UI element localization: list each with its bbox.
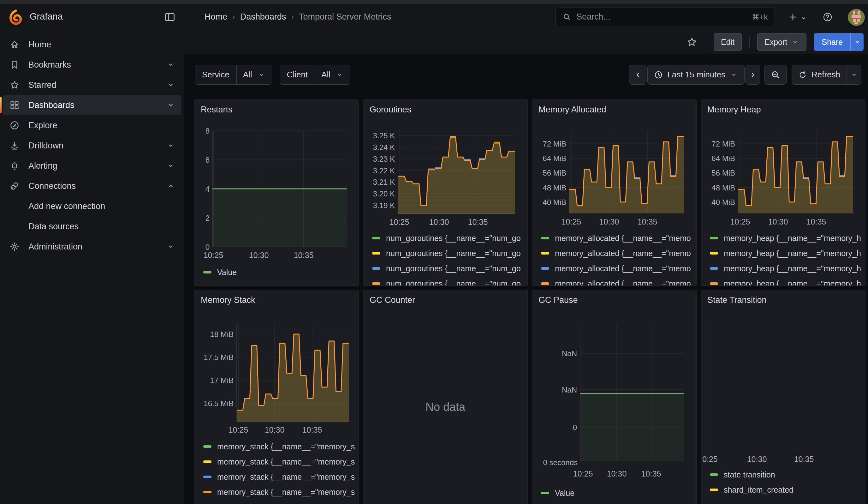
svg-text:0:25: 0:25 xyxy=(702,455,718,464)
app-name[interactable]: Grafana xyxy=(30,11,63,22)
legend-label[interactable]: memory_allocated {__name__="memo xyxy=(555,249,691,258)
svg-text:10:30: 10:30 xyxy=(607,469,627,478)
favorite-star-button[interactable] xyxy=(685,36,698,48)
legend-label[interactable]: Value xyxy=(555,488,575,498)
filter-client: Client All xyxy=(280,65,350,85)
zoom-out-button[interactable] xyxy=(764,65,787,85)
refresh-interval-button[interactable] xyxy=(847,65,861,84)
sidebar-item-connections[interactable]: Connections xyxy=(3,176,181,196)
breadcrumb-separator: › xyxy=(232,12,235,22)
legend-item[interactable]: memory_heap {__name__="memory_h xyxy=(710,230,863,246)
panel-title[interactable]: Goroutines xyxy=(370,105,411,115)
panel-title[interactable]: GC Counter xyxy=(370,295,415,305)
legend-label[interactable]: memory_heap {__name__="memory_h xyxy=(724,279,861,286)
legend-marker-icon xyxy=(541,237,549,239)
legend-item[interactable]: Value xyxy=(203,265,356,279)
avatar[interactable] xyxy=(848,9,865,26)
svg-text:3.20 K: 3.20 K xyxy=(373,189,395,198)
legend-item[interactable]: Value xyxy=(541,485,694,501)
export-button[interactable]: Export xyxy=(757,33,806,51)
panel-title[interactable]: State Transition xyxy=(707,295,767,305)
sidebar-toggle-icon[interactable] xyxy=(164,11,175,23)
panel-title[interactable]: Memory Stack xyxy=(201,295,255,305)
sidebar-item-dashboards[interactable]: Dashboards xyxy=(3,95,181,115)
sidebar-item-label: Bookmarks xyxy=(28,60,71,70)
sidebar-item-bookmarks[interactable]: Bookmarks xyxy=(3,55,181,75)
refresh-split-button: Refresh xyxy=(792,65,861,85)
refresh-button[interactable]: Refresh xyxy=(792,65,847,84)
legend-item[interactable]: memory_stack {__name__="memory_s xyxy=(203,454,356,469)
legend-label[interactable]: memory_stack {__name__="memory_s xyxy=(217,442,355,451)
legend-label[interactable]: state transition xyxy=(724,470,775,480)
sidebar-item-administration[interactable]: Administration xyxy=(3,237,181,257)
sidebar-item-alerting[interactable]: Alerting xyxy=(3,156,181,176)
breadcrumb-dashboards[interactable]: Dashboards xyxy=(240,12,286,22)
time-range-picker[interactable]: Last 15 minutes xyxy=(647,65,745,85)
dashboard-toolbar: Edit Export Share xyxy=(184,30,868,54)
panel-title[interactable]: Memory Heap xyxy=(707,105,761,115)
share-button[interactable]: Share xyxy=(814,33,850,51)
sidebar-item-label: Home xyxy=(28,40,51,50)
sidebar-item-explore[interactable]: Explore xyxy=(3,115,181,135)
legend-label[interactable]: num_goroutines {__name__="num_go xyxy=(386,279,521,286)
legend-item[interactable]: memory_allocated {__name__="memo xyxy=(541,246,694,261)
legend-label[interactable]: memory_allocated {__name__="memo xyxy=(555,279,691,286)
legend-item[interactable]: shard_item_created xyxy=(710,482,863,497)
legend-item[interactable]: memory_heap {__name__="memory_h xyxy=(710,276,863,286)
breadcrumb-home[interactable]: Home xyxy=(205,12,227,22)
legend-marker-icon xyxy=(203,460,211,463)
svg-text:3.23 K: 3.23 K xyxy=(373,155,395,163)
legend-item[interactable]: state transition xyxy=(710,467,863,482)
panel-title[interactable]: Restarts xyxy=(201,105,232,115)
filter-service-select[interactable]: All xyxy=(236,65,272,84)
search-icon xyxy=(562,13,571,21)
panel-title[interactable]: GC Pause xyxy=(538,295,578,305)
legend-label[interactable]: memory_stack {__name__="memory_s xyxy=(217,487,355,497)
legend-label[interactable]: memory_heap {__name__="memory_h xyxy=(724,234,861,243)
time-shift-forward-button[interactable] xyxy=(745,65,760,85)
legend-label[interactable]: memory_heap {__name__="memory_h xyxy=(724,249,861,258)
help-icon[interactable] xyxy=(823,12,833,22)
sidebar-item-drilldown[interactable]: Drilldown xyxy=(3,135,181,156)
legend-label[interactable]: num_goroutines {__name__="num_go xyxy=(386,234,521,243)
legend-label[interactable]: num_goroutines {__name__="num_go xyxy=(386,264,521,273)
sidebar-item-data-sources[interactable]: Data sources xyxy=(3,216,181,237)
legend-item[interactable]: memory_heap {__name__="memory_h xyxy=(710,246,863,261)
legend-label[interactable]: memory_stack {__name__="memory_s xyxy=(217,472,355,482)
share-menu-button[interactable] xyxy=(850,33,864,51)
add-icon[interactable] xyxy=(788,12,798,22)
legend-item[interactable]: memory_stack {__name__="memory_s xyxy=(203,439,356,454)
legend-item[interactable]: num_goroutines {__name__="num_go xyxy=(372,230,526,246)
legend-item[interactable]: memory_allocated {__name__="memo xyxy=(541,230,694,246)
search-input[interactable] xyxy=(576,12,747,22)
legend-label[interactable]: memory_allocated {__name__="memo xyxy=(555,264,691,273)
chart-gc_pause[interactable]: NaNNaN00 seconds10:2510:3010:35 xyxy=(532,290,696,504)
legend-label[interactable]: num_goroutines {__name__="num_go xyxy=(386,249,521,258)
sidebar-item-add-new-connection[interactable]: Add new connection xyxy=(3,196,181,216)
search-box[interactable]: ⌘+k xyxy=(555,8,775,26)
chart-restarts[interactable]: 8642010:2510:3010:35 xyxy=(194,100,359,286)
legend-item[interactable]: memory_stack {__name__="memory_s xyxy=(203,469,356,484)
legend-label[interactable]: memory_heap {__name__="memory_h xyxy=(724,264,861,273)
sidebar-item-home[interactable]: Home xyxy=(3,34,181,55)
filter-client-select[interactable]: All xyxy=(315,65,350,84)
legend-item[interactable]: num_goroutines {__name__="num_go xyxy=(372,261,526,276)
legend-label[interactable]: memory_stack {__name__="memory_s xyxy=(217,457,355,466)
svg-text:0: 0 xyxy=(573,423,577,432)
legend-item[interactable]: memory_heap {__name__="memory_h xyxy=(710,261,863,276)
add-chevron-down-icon[interactable] xyxy=(800,13,807,23)
legend-label[interactable]: Value xyxy=(217,268,237,277)
edit-button[interactable]: Edit xyxy=(714,33,742,51)
legend-item[interactable]: num_goroutines {__name__="num_go xyxy=(372,276,526,286)
legend-item[interactable]: memory_allocated {__name__="memo xyxy=(541,261,694,276)
legend-item[interactable]: memory_allocated {__name__="memo xyxy=(541,276,694,286)
panel-title[interactable]: Memory Allocated xyxy=(538,105,606,115)
svg-text:4: 4 xyxy=(206,185,209,193)
legend-item[interactable]: memory_stack {__name__="memory_s xyxy=(203,484,356,500)
panel-state_transition: State Transition0:2510:3010:35state tran… xyxy=(701,290,866,504)
legend-label[interactable]: memory_allocated {__name__="memo xyxy=(555,234,691,243)
sidebar-item-starred[interactable]: Starred xyxy=(3,75,181,95)
legend-label[interactable]: shard_item_created xyxy=(724,485,794,495)
legend-item[interactable]: num_goroutines {__name__="num_go xyxy=(372,246,526,261)
time-shift-back-button[interactable] xyxy=(629,65,647,85)
